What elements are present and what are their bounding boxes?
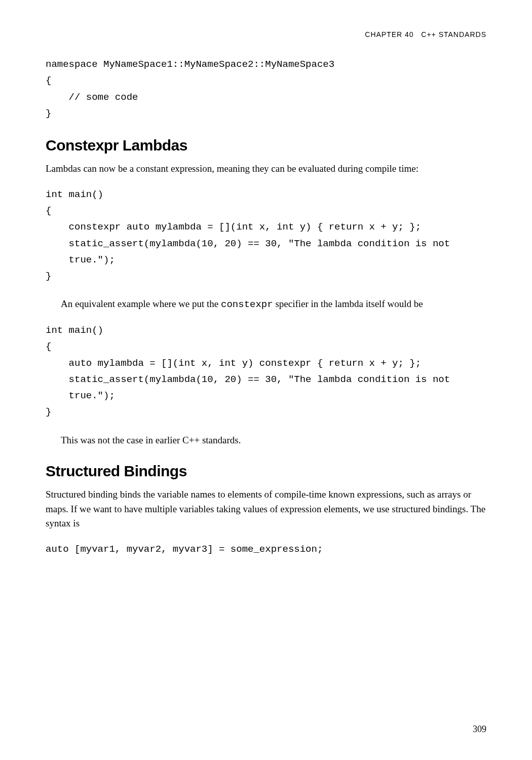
mid-text-before: An equivalent example where we put the: [61, 298, 221, 309]
page-header: CHAPTER 40 C++ STANDARDS: [46, 30, 486, 39]
mid-text-after: specifier in the lambda itself would be: [273, 298, 423, 309]
section-heading-structured: Structured Bindings: [46, 463, 486, 480]
inline-code-constexpr: constexpr: [221, 299, 273, 310]
code-block-namespace: namespace MyNameSpace1::MyNameSpace2::My…: [46, 56, 486, 122]
section2-intro: Structured binding binds the variable na…: [46, 487, 486, 531]
page-number: 309: [473, 724, 486, 735]
chapter-title: C++ STANDARDS: [421, 30, 486, 39]
code-block-constexpr2: int main() { auto mylambda = [](int x, i…: [46, 322, 486, 421]
chapter-label: CHAPTER 40: [365, 30, 413, 39]
section-heading-constexpr: Constexpr Lambdas: [46, 137, 486, 154]
code-block-structured: auto [myvar1, myvar2, myvar3] = some_exp…: [46, 541, 486, 557]
section1-closing: This was not the case in earlier C++ sta…: [46, 433, 486, 448]
section1-intro: Lambdas can now be a constant expression…: [46, 162, 486, 176]
section1-mid-text: An equivalent example where we put the c…: [46, 297, 486, 312]
code-block-constexpr1: int main() { constexpr auto mylambda = […: [46, 186, 486, 285]
